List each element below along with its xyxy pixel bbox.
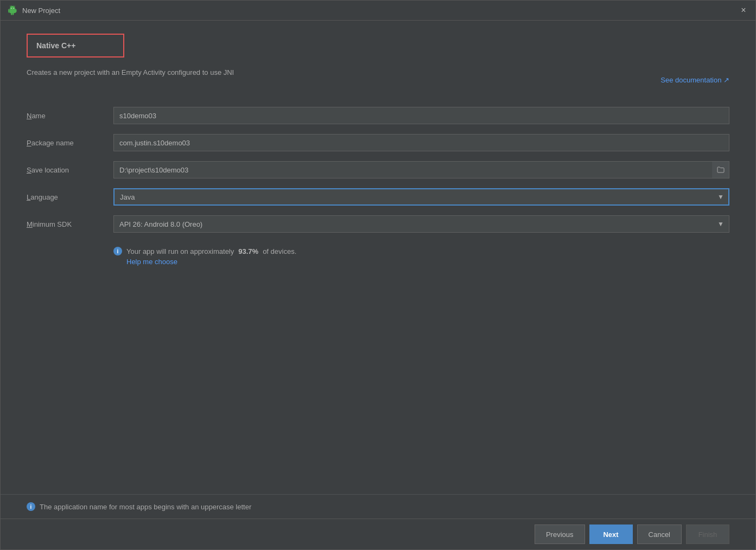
finish-button[interactable]: Finish xyxy=(686,525,729,544)
sdk-info: i Your app will run on approximately 93.… xyxy=(113,247,729,266)
language-select[interactable]: Java Kotlin xyxy=(113,188,729,206)
description-row: Creates a new project with an Empty Acti… xyxy=(27,68,729,92)
name-label: Name xyxy=(27,112,113,120)
package-label-text: Package name xyxy=(27,139,74,147)
min-sdk-select-wrapper: API 26: Android 8.0 (Oreo) API 21: Andro… xyxy=(113,215,729,233)
min-sdk-select[interactable]: API 26: Android 8.0 (Oreo) API 21: Andro… xyxy=(113,215,729,233)
android-icon xyxy=(7,5,18,16)
dialog-title: New Project xyxy=(22,7,738,15)
sdk-coverage-pct: 93.7% xyxy=(238,247,258,255)
language-label-text: Language xyxy=(27,193,58,201)
save-location-input[interactable] xyxy=(113,161,712,178)
sdk-coverage-text-prefix: Your app will run on approximately xyxy=(126,247,234,255)
form-section: Name Package name Save location xyxy=(27,107,729,266)
folder-icon xyxy=(717,167,725,173)
name-row: Name xyxy=(27,107,729,124)
previous-button[interactable]: Previous xyxy=(535,525,585,544)
svg-point-2 xyxy=(13,8,14,9)
template-name: Native C++ xyxy=(36,41,115,50)
description-text: Creates a new project with an Empty Acti… xyxy=(27,68,234,76)
save-location-label: Save location xyxy=(27,166,113,174)
name-input[interactable] xyxy=(113,107,729,124)
svg-rect-5 xyxy=(10,9,15,13)
svg-rect-9 xyxy=(16,9,17,12)
min-sdk-row: Minimum SDK API 26: Android 8.0 (Oreo) A… xyxy=(27,215,729,233)
title-bar: New Project × xyxy=(1,1,755,21)
package-label: Package name xyxy=(27,139,113,147)
svg-rect-6 xyxy=(11,13,12,15)
close-button[interactable]: × xyxy=(738,5,749,16)
svg-rect-7 xyxy=(13,13,14,15)
svg-line-4 xyxy=(14,6,15,7)
sdk-coverage-line: i Your app will run on approximately 93.… xyxy=(113,247,729,255)
language-row: Language Java Kotlin ▼ xyxy=(27,188,729,206)
info-icon: i xyxy=(113,247,122,255)
sdk-coverage-text-suffix: of devices. xyxy=(263,247,296,255)
next-button[interactable]: Next xyxy=(589,525,633,544)
cancel-button[interactable]: Cancel xyxy=(637,525,682,544)
name-label-text: Name xyxy=(27,112,46,120)
bottom-info: i The application name for most apps beg… xyxy=(1,494,755,519)
min-sdk-label: Minimum SDK xyxy=(27,220,113,228)
svg-rect-8 xyxy=(9,9,10,12)
svg-point-1 xyxy=(11,8,11,9)
browse-folder-button[interactable] xyxy=(712,161,729,178)
main-content: Native C++ Creates a new project with an… xyxy=(1,21,755,494)
bottom-info-text: The application name for most apps begin… xyxy=(40,503,251,511)
new-project-dialog: New Project × Native C++ Creates a new p… xyxy=(0,0,756,550)
template-card: Native C++ xyxy=(27,34,124,57)
package-row: Package name xyxy=(27,134,729,151)
svg-line-3 xyxy=(10,6,10,7)
see-docs-link[interactable]: See documentation ↗ xyxy=(660,76,729,84)
save-location-row: Save location xyxy=(27,161,729,178)
save-location-input-group xyxy=(113,161,729,178)
button-bar: Previous Next Cancel Finish xyxy=(1,519,755,549)
save-location-label-text: Save location xyxy=(27,166,69,174)
language-label: Language xyxy=(27,193,113,201)
package-input[interactable] xyxy=(113,134,729,151)
min-sdk-label-text: Minimum SDK xyxy=(27,220,72,228)
help-me-choose-link[interactable]: Help me choose xyxy=(126,258,729,266)
language-select-wrapper: Java Kotlin ▼ xyxy=(113,188,729,206)
bottom-info-icon: i xyxy=(27,502,35,511)
